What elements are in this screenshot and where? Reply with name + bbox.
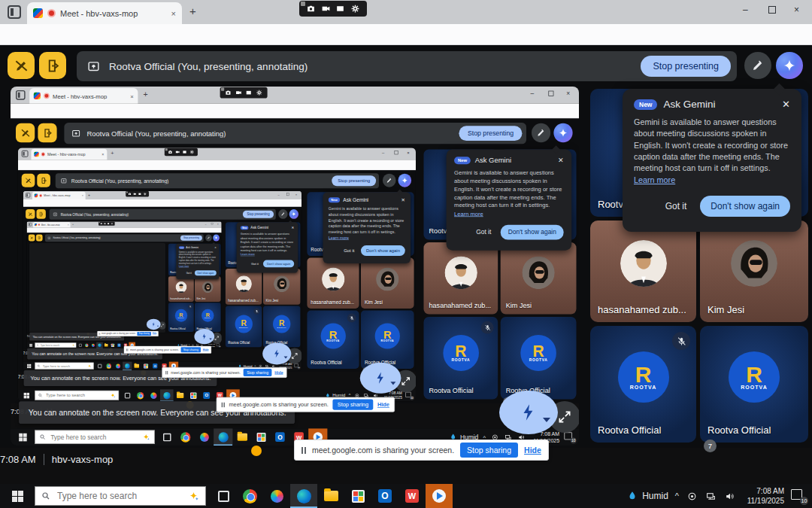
tab-close-icon[interactable]: × [102, 152, 104, 157]
videocam-icon[interactable] [235, 90, 242, 96]
taskbar-weather[interactable]: Humid [627, 491, 668, 501]
taskbar-app-outlook[interactable]: O [271, 428, 289, 446]
action-center-button[interactable]: 10 [791, 489, 806, 503]
taskbar-app-store[interactable] [141, 362, 150, 370]
start-button[interactable] [23, 362, 35, 370]
task-view-button[interactable] [211, 484, 236, 508]
browser-tab[interactable]: Meet - hbv-vaxs-mop × [31, 149, 107, 160]
participant-tile[interactable]: RROOTVA Rootva Official [501, 317, 577, 400]
annotation-tools-widget[interactable] [360, 363, 401, 394]
close-icon[interactable]: ✕ [558, 157, 564, 165]
annotation-pen-toggle-button[interactable] [16, 123, 35, 142]
annotate-button[interactable] [278, 209, 287, 219]
tab-actions-icon[interactable] [16, 90, 26, 100]
taskbar-app-copilot[interactable] [89, 342, 96, 348]
camera-icon[interactable] [306, 4, 316, 14]
start-button[interactable] [11, 428, 35, 446]
taskbar-app-wps[interactable]: W [398, 484, 426, 508]
participant-tile[interactable]: Kim Jesi [700, 221, 808, 322]
tab-close-icon[interactable]: × [130, 93, 134, 99]
taskbar-app-chrome[interactable] [104, 362, 113, 370]
tray-chevron-icon[interactable]: ^ [675, 491, 679, 500]
window-maximize-button[interactable] [211, 223, 213, 224]
window-capture-icon[interactable] [335, 4, 345, 14]
participant-tile[interactable]: hasanahamed zub... [590, 221, 696, 322]
camera-icon[interactable] [168, 150, 172, 154]
window-minimize-button[interactable]: – [743, 5, 748, 15]
learn-more-link[interactable]: Learn more [179, 265, 189, 267]
stop-presenting-button[interactable]: Stop presenting [180, 236, 202, 241]
taskbar-app-outlook[interactable]: O [150, 362, 159, 370]
task-view-button[interactable] [95, 362, 105, 370]
participant-tile[interactable]: RROOTVA Rootva Official [700, 326, 808, 443]
participant-tile[interactable]: Kim Jesi [263, 269, 300, 305]
participant-tile[interactable]: RROOTVA Rootva Official [590, 326, 696, 443]
task-view-button[interactable] [121, 389, 134, 401]
taskbar-app-edge[interactable] [96, 342, 103, 348]
annotate-button[interactable] [532, 123, 550, 142]
taskbar-app-store[interactable] [344, 484, 371, 508]
taskbar-app-chrome[interactable] [83, 342, 90, 348]
taskbar-app-chrome[interactable] [236, 484, 263, 508]
presented-screen-tile[interactable]: Meet - hbv-vaxs-mop × + – × ← https://me… [18, 148, 416, 401]
taskbar-app-edge[interactable] [290, 484, 317, 508]
dont-show-again-button[interactable]: Don't show again [195, 270, 217, 275]
taskbar-app-explorer[interactable] [174, 389, 187, 401]
participant-tile[interactable]: hasanahamed zub... [424, 242, 498, 314]
taskbar-app-store[interactable] [252, 428, 271, 446]
hide-button[interactable]: Hide [377, 401, 389, 407]
videocam-icon[interactable] [104, 223, 106, 225]
camera-icon[interactable] [225, 90, 232, 96]
participant-tile[interactable]: hasanahamed zub... [168, 276, 194, 302]
gear-icon[interactable] [350, 4, 360, 14]
gemini-button[interactable] [776, 52, 803, 79]
close-icon[interactable]: ✕ [291, 226, 294, 230]
dont-show-again-button[interactable]: Don't show again [501, 225, 564, 240]
exit-annotation-button[interactable] [36, 209, 45, 219]
presented-screen-tile[interactable]: Meet - hbv-vaxs-mop × + – × ← https://me… [11, 87, 579, 446]
annotation-pen-toggle-button[interactable] [26, 209, 35, 219]
new-tab-button[interactable]: + [88, 193, 90, 197]
window-capture-icon[interactable] [245, 90, 252, 96]
annotate-button[interactable] [744, 52, 771, 79]
tab-actions-icon[interactable] [26, 193, 30, 197]
tab-close-icon[interactable]: × [68, 224, 69, 226]
start-button[interactable] [26, 342, 35, 348]
new-tab-button[interactable]: + [72, 223, 74, 226]
window-close-button[interactable]: × [295, 193, 297, 196]
annotation-pen-toggle-button[interactable] [22, 174, 35, 187]
participant-tile[interactable]: RROOTVA Rootva Official [307, 311, 359, 369]
gear-icon[interactable] [143, 192, 146, 196]
exit-annotation-button[interactable] [38, 123, 56, 142]
camera-icon[interactable] [100, 223, 102, 225]
participant-tile[interactable]: hasanahamed zub... [307, 258, 359, 309]
taskbar-search[interactable] [35, 486, 206, 506]
stop-presenting-button[interactable]: Stop presenting [243, 211, 274, 218]
exit-annotation-button[interactable] [37, 174, 50, 187]
taskbar-app-recorder[interactable] [426, 484, 453, 508]
participant-tile[interactable]: RROOTVA Rootva Official [226, 306, 262, 348]
presented-screen-tile[interactable]: Meet - hbv-vaxs-mop × + – × ← https://me… [26, 221, 221, 348]
gear-icon[interactable] [189, 150, 194, 154]
got-it-button[interactable]: Got it [665, 201, 687, 211]
taskbar-app-copilot[interactable] [263, 484, 290, 508]
taskbar-app-explorer[interactable] [232, 428, 251, 446]
window-maximize-button[interactable] [768, 6, 776, 14]
close-icon[interactable]: ✕ [214, 246, 217, 249]
participant-tile[interactable]: Kim Jesi [361, 258, 414, 309]
task-view-button[interactable] [77, 342, 83, 348]
gemini-button[interactable] [213, 235, 220, 242]
taskbar-app-edge[interactable] [214, 428, 232, 446]
taskbar-app-edge[interactable] [123, 362, 132, 370]
search-input[interactable] [45, 392, 108, 398]
window-maximize-button[interactable] [395, 151, 398, 154]
window-maximize-button[interactable] [548, 91, 553, 96]
taskbar-app-copilot[interactable] [147, 389, 160, 401]
taskbar-app-edge[interactable] [160, 389, 174, 401]
got-it-button[interactable]: Got it [251, 262, 259, 266]
stop-sharing-button[interactable]: Stop sharing [332, 400, 373, 410]
gemini-button[interactable] [553, 123, 572, 142]
taskbar-app-store[interactable] [186, 389, 200, 401]
annotation-tools-widget[interactable] [499, 391, 558, 434]
window-close-button[interactable]: × [407, 150, 409, 155]
